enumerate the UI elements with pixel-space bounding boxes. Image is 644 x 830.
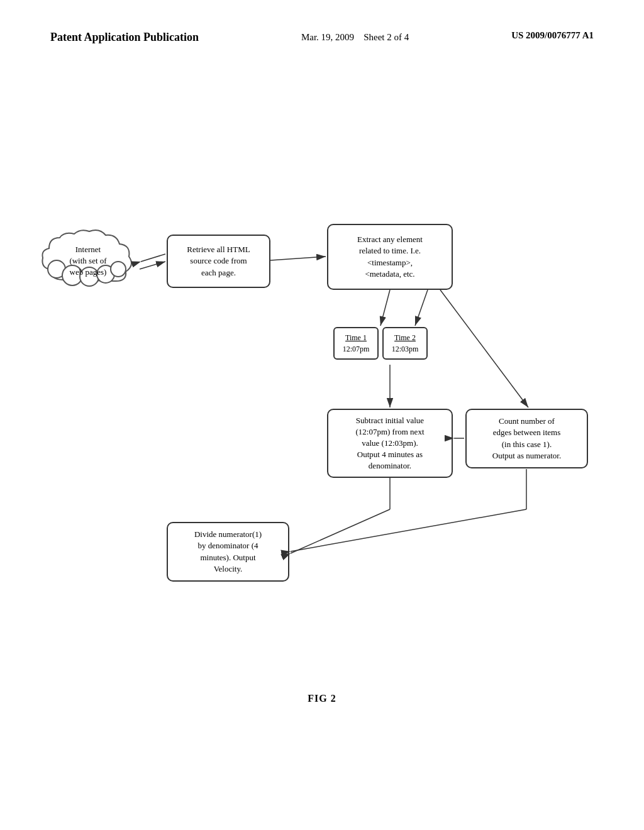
sheet-label: Sheet 2 of 4: [364, 32, 409, 42]
date-label: Mar. 19, 2009: [301, 32, 354, 42]
svg-line-11: [415, 290, 428, 326]
time-boxes: Time 1 12:07pm Time 2 12:03pm: [333, 327, 428, 360]
patent-number-label: US 2009/0076777 A1: [511, 30, 594, 41]
diagram-area: Internet (with set of web pages) Retriev…: [0, 101, 644, 830]
svg-line-18: [291, 509, 390, 553]
date-sheet-label: Mar. 19, 2009 Sheet 2 of 4: [301, 30, 409, 45]
svg-line-7: [140, 262, 165, 269]
svg-line-10: [380, 290, 390, 326]
svg-line-8: [141, 254, 165, 262]
patent-type-label: Patent Application Publication: [50, 30, 199, 45]
internet-cloud: Internet (with set of web pages): [38, 226, 138, 296]
extract-box: Extract any element related to time. I.e…: [327, 224, 453, 290]
svg-line-9: [270, 257, 326, 260]
header: Patent Application Publication Mar. 19, …: [0, 0, 644, 45]
time2-box: Time 2 12:03pm: [382, 327, 428, 360]
svg-line-14: [440, 290, 528, 407]
cloud-label: Internet (with set of web pages): [69, 244, 106, 279]
svg-point-4: [111, 262, 126, 277]
time1-box: Time 1 12:07pm: [333, 327, 379, 360]
count-box: Count number of edges between items (in …: [465, 409, 588, 468]
svg-line-16: [291, 509, 526, 551]
retrieve-box: Retrieve all HTML source code from each …: [167, 235, 270, 288]
fig-label: FIG 2: [308, 693, 336, 704]
subtract-box: Subtract initial value (12:07pm) from ne…: [327, 409, 453, 478]
divide-box: Divide numerator(1) by denominator (4 mi…: [167, 522, 289, 582]
